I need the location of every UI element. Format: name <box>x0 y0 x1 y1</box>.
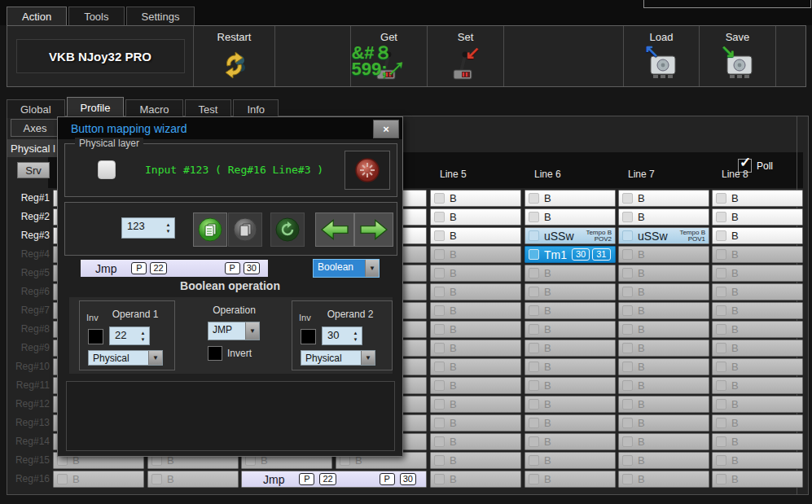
tab-macro[interactable]: Macro <box>125 99 182 118</box>
cell-checkbox[interactable] <box>434 399 445 410</box>
cell-checkbox[interactable] <box>622 230 633 241</box>
grid-cell[interactable]: B <box>618 246 709 263</box>
grid-cell[interactable]: B <box>618 471 709 488</box>
cell-checkbox[interactable] <box>529 324 539 335</box>
grid-cell[interactable]: B <box>712 433 803 450</box>
cell-checkbox[interactable] <box>529 436 539 447</box>
grid-cell[interactable]: B <box>618 358 709 375</box>
cell-checkbox[interactable] <box>716 362 726 372</box>
register-label[interactable]: Reg#13 <box>7 417 50 428</box>
cell-checkbox[interactable] <box>622 249 633 260</box>
register-label[interactable]: Reg#12 <box>7 398 50 410</box>
tab-info[interactable]: Info <box>233 99 279 118</box>
grid-cell[interactable]: B <box>147 471 239 488</box>
grid-cell[interactable]: B <box>430 246 521 263</box>
grid-cell[interactable]: B <box>430 208 521 226</box>
cell-checkbox[interactable] <box>622 380 633 391</box>
cell-checkbox[interactable] <box>622 362 633 372</box>
cell-checkbox[interactable] <box>529 474 539 484</box>
operand2-source-select[interactable]: Physical ▼ <box>301 350 375 366</box>
grid-cell[interactable]: B <box>618 340 709 357</box>
grid-cell[interactable]: B <box>525 190 616 207</box>
register-label[interactable]: Reg#3 <box>7 230 50 241</box>
cell-checkbox[interactable] <box>716 436 726 447</box>
operand1-spinner[interactable]: 22 ▲▼ <box>109 327 150 345</box>
grid-cell[interactable]: B <box>430 321 521 338</box>
grid-cell[interactable]: B <box>712 246 803 263</box>
spinner-arrows-icon[interactable]: ▲▼ <box>349 327 362 344</box>
grid-cell[interactable]: B <box>430 340 521 357</box>
cell-checkbox[interactable] <box>529 287 539 297</box>
grid-cell[interactable]: B <box>712 227 803 244</box>
register-label[interactable]: Reg#1 <box>7 192 50 204</box>
button-number-spinner[interactable]: 123 ▲▼ <box>121 217 175 239</box>
cell-checkbox[interactable] <box>434 230 445 241</box>
grid-cell[interactable]: B <box>430 433 521 450</box>
cell-checkbox[interactable] <box>434 268 445 278</box>
cell-checkbox[interactable] <box>529 230 539 241</box>
register-label[interactable]: Reg#4 <box>7 248 50 260</box>
cell-checkbox[interactable] <box>434 418 445 428</box>
chevron-down-icon[interactable]: ▼ <box>365 260 379 277</box>
invert-checkbox[interactable] <box>208 346 222 361</box>
grid-cell[interactable]: B <box>525 433 616 450</box>
grid-cell[interactable]: B <box>525 358 616 375</box>
restart-button[interactable]: Restart <box>194 26 275 86</box>
register-label[interactable]: Reg#8 <box>7 323 50 335</box>
cell-checkbox[interactable] <box>622 305 633 316</box>
paste-button[interactable] <box>228 213 262 247</box>
cell-checkbox[interactable] <box>529 212 539 222</box>
test-input-button[interactable] <box>345 151 390 190</box>
grid-cell[interactable]: B <box>430 358 521 375</box>
cell-checkbox[interactable] <box>529 362 539 372</box>
grid-cell[interactable]: B <box>712 340 803 357</box>
grid-cell[interactable]: B <box>618 208 709 226</box>
cell-checkbox[interactable] <box>434 287 445 297</box>
next-button-nav[interactable] <box>354 213 393 247</box>
grid-cell[interactable]: B <box>525 471 616 488</box>
chevron-down-icon[interactable]: ▼ <box>361 351 375 365</box>
load-button[interactable]: Load ↖ <box>624 26 700 86</box>
operand2-inv-checkbox[interactable] <box>301 329 316 344</box>
grid-cell[interactable]: B <box>618 265 709 282</box>
cell-checkbox[interactable] <box>622 455 633 466</box>
grid-cell[interactable]: B <box>618 396 709 413</box>
grid-cell[interactable]: B <box>618 321 709 338</box>
grid-cell[interactable]: B <box>712 414 803 432</box>
grid-cell[interactable]: B <box>618 414 709 432</box>
grid-cell[interactable]: B <box>430 227 521 244</box>
mapping-type-select[interactable]: Boolean ▼ <box>313 259 380 278</box>
operand1-inv-checkbox[interactable] <box>88 329 103 344</box>
cell-checkbox[interactable] <box>716 230 726 241</box>
cell-checkbox[interactable] <box>434 455 445 466</box>
dialog-titlebar[interactable]: Button mapping wizard <box>58 117 402 139</box>
cell-checkbox[interactable] <box>716 268 726 278</box>
cell-checkbox[interactable] <box>434 380 445 391</box>
register-label[interactable]: Reg#16 <box>7 473 50 484</box>
cell-checkbox[interactable] <box>622 287 633 297</box>
cell-checkbox[interactable] <box>434 324 445 335</box>
tab-profile[interactable]: Profile <box>67 97 125 118</box>
get-button[interactable]: Get &#８599;↗ <box>351 26 428 86</box>
grid-cell[interactable]: B <box>618 433 709 450</box>
grid-cell[interactable]: uSSwTempo BPOV1 <box>618 227 709 244</box>
grid-cell[interactable]: B <box>525 340 616 357</box>
cell-checkbox[interactable] <box>434 212 445 222</box>
grid-cell[interactable]: B <box>712 265 803 282</box>
grid-cell[interactable]: B <box>430 471 521 488</box>
register-label[interactable]: Reg#11 <box>7 379 50 391</box>
cell-checkbox[interactable] <box>529 249 539 260</box>
cell-checkbox[interactable] <box>529 399 539 410</box>
grid-cell[interactable]: B <box>712 321 803 338</box>
cell-checkbox[interactable] <box>622 343 633 353</box>
cell-checkbox[interactable] <box>622 212 633 222</box>
cell-checkbox[interactable] <box>434 343 445 353</box>
grid-cell[interactable]: B <box>525 452 616 469</box>
tab-global[interactable]: Global <box>7 99 65 118</box>
grid-cell[interactable]: Tm13031 <box>525 246 616 263</box>
copy-button[interactable] <box>193 213 227 247</box>
cell-checkbox[interactable] <box>716 418 726 428</box>
register-label[interactable]: Reg#2 <box>7 211 50 222</box>
grid-cell[interactable]: B <box>712 302 803 319</box>
tab-axes[interactable]: Axes <box>11 119 59 137</box>
